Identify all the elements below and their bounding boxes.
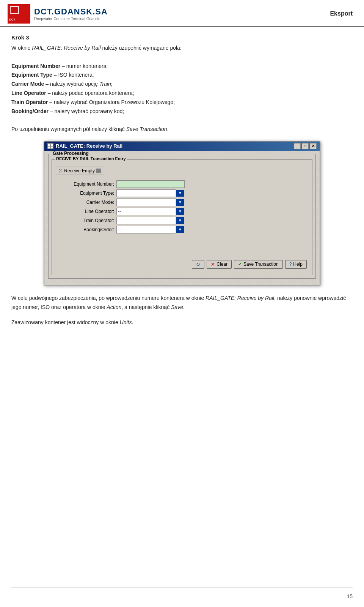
save-instruction: Po uzupełnieniu wymaganych pól należy kl… [11,126,169,132]
help-button[interactable]: ? Help [285,260,307,269]
form-row-carrier-mode: Carrier Mode: ▼ [56,199,308,206]
step-title: Krok 3 [11,34,353,41]
receive-empty-label: 2. Receive Empty [59,168,95,173]
label-train-operator: Train Operator: [56,218,116,223]
form-row-line-operator: Line Operator: -- ▼ [56,208,308,215]
gate-processing-group: Gate Processing RECIVE BY RAIL Transacti… [48,154,316,279]
form-row-train-operator: Train Operator: ▼ [56,217,308,224]
gate-processing-label: Gate Processing [52,151,90,156]
form-row-eq-number: Equipment Number: [56,180,308,188]
field-line-op: Line Operator – należy podać operatora k… [11,90,134,96]
select-train-operator-text [116,217,176,224]
button-row: ↻ ✕ Clear ✔ Save Transaction ? [56,258,308,270]
titlebar-left: RAIL_GATE: Receive by Rail [47,143,122,149]
field-eq-type: Equipment Type – ISO kontenera; [11,72,94,78]
logo-icon: DCT [8,4,30,24]
label-booking-order: Booking/Order: [56,227,116,232]
page-header: DCT DCT.GDANSK.SA Deepwater Container Te… [0,0,364,27]
select-line-operator-text: -- [116,208,176,215]
window-titlebar: RAIL_GATE: Receive by Rail _ □ ✕ [44,142,320,151]
line1-pre: W oknie [11,45,32,51]
save-transaction-button[interactable]: ✔ Save Transaction [234,260,283,269]
bottom-paragraph-1: W celu podwójnego zabezpieczenia, po wpr… [11,294,353,312]
window-icon [47,143,53,149]
window-body: Gate Processing RECIVE BY RAIL Transacti… [44,151,320,285]
input-equipment-number[interactable] [116,180,185,188]
refresh-icon: ↻ [196,262,200,267]
page-number: 15 [347,593,353,599]
select-booking-order-text: -- [116,226,176,233]
main-content: Krok 3 W oknie RAIL_GATE: Receive by Rai… [0,27,364,341]
select-carrier-mode-text [116,199,176,206]
form-fields: Equipment Number: Equipment Type: ▼ [56,180,308,233]
form-row-booking-order: Booking/Order: -- ▼ [56,226,308,233]
logo-main-text: DCT.GDANSK.SA [34,7,108,17]
receive-empty-button[interactable]: 2. Receive Empty [56,167,104,175]
field-carrier: Carrier Mode – należy wybrać opcję Train… [11,81,113,87]
dropdown-arrow-carrier[interactable]: ▼ [176,199,184,206]
logo-text: DCT.GDANSK.SA Deepwater Container Termin… [34,7,108,21]
clear-button[interactable]: ✕ Clear [207,260,232,269]
application-window: RAIL_GATE: Receive by Rail _ □ ✕ Gate Pr… [44,141,320,285]
field-eq-num: Equipment Number – numer kontenera; [11,63,108,69]
select-booking-order[interactable]: -- ▼ [116,226,184,233]
svg-rect-5 [48,144,50,146]
check-icon: ✔ [238,262,242,267]
description-block: W oknie RAIL_GATE: Receive by Rail należ… [11,44,353,134]
bottom-paragraph-2: Zaawizowany kontener jest widoczny w okn… [11,318,353,327]
svg-rect-6 [51,144,53,146]
logo-area: DCT DCT.GDANSK.SA Deepwater Container Te… [8,4,108,24]
dropdown-arrow-booking[interactable]: ▼ [176,226,184,233]
field-train-op: Train Operator – należy wybrać Organizat… [11,99,175,105]
label-line-operator: Line Operator: [56,209,116,214]
svg-rect-8 [51,147,53,148]
refresh-button[interactable]: ↻ [192,260,204,269]
dropdown-arrow-line-op[interactable]: ▼ [176,208,184,215]
line1-post: należy uzupełnić wymagane pola: [101,45,182,51]
dropdown-arrow-eq-type[interactable]: ▼ [176,190,184,197]
watermark-area [56,235,308,258]
receive-empty-indicator [96,169,101,173]
svg-rect-7 [48,147,50,148]
field-booking: Booking/Order – należy wybrać poprawny k… [11,108,124,114]
receive-rail-group: RECIVE BY RAIL Transaction Entry 2. Rece… [52,159,312,275]
select-equipment-type-text [116,189,176,197]
window-controls[interactable]: _ □ ✕ [294,143,317,149]
save-transaction-label: Save Transaction [243,262,279,267]
svg-text:DCT: DCT [9,18,16,21]
footer-line [11,588,353,588]
maximize-button[interactable]: □ [302,143,309,149]
dropdown-arrow-train-op[interactable]: ▼ [176,217,184,224]
logo-sub-text: Deepwater Container Terminal Gdansk [34,17,108,21]
select-line-operator[interactable]: -- ▼ [116,208,184,215]
form-row-eq-type: Equipment Type: ▼ [56,189,308,197]
x-icon: ✕ [211,262,215,267]
select-train-operator[interactable]: ▼ [116,217,184,224]
close-button[interactable]: ✕ [310,143,317,149]
label-carrier-mode: Carrier Mode: [56,200,116,205]
clear-label: Clear [217,262,228,267]
receive-rail-label: RECIVE BY RAIL Transaction Entry [55,156,127,161]
help-icon: ? [289,262,292,267]
line1-italic: RAIL_GATE: Receive by Rail [32,45,100,51]
label-equipment-type: Equipment Type: [56,191,116,196]
label-equipment-number: Equipment Number: [56,181,116,187]
help-label: Help [293,262,303,267]
select-equipment-type[interactable]: ▼ [116,189,184,197]
select-carrier-mode[interactable]: ▼ [116,199,184,206]
page-label: Eksport [330,10,353,17]
minimize-button[interactable]: _ [294,143,301,149]
svg-rect-2 [11,7,18,13]
window-title: RAIL_GATE: Receive by Rail [56,143,122,149]
screenshot-wrapper: RAIL_GATE: Receive by Rail _ □ ✕ Gate Pr… [11,141,353,285]
